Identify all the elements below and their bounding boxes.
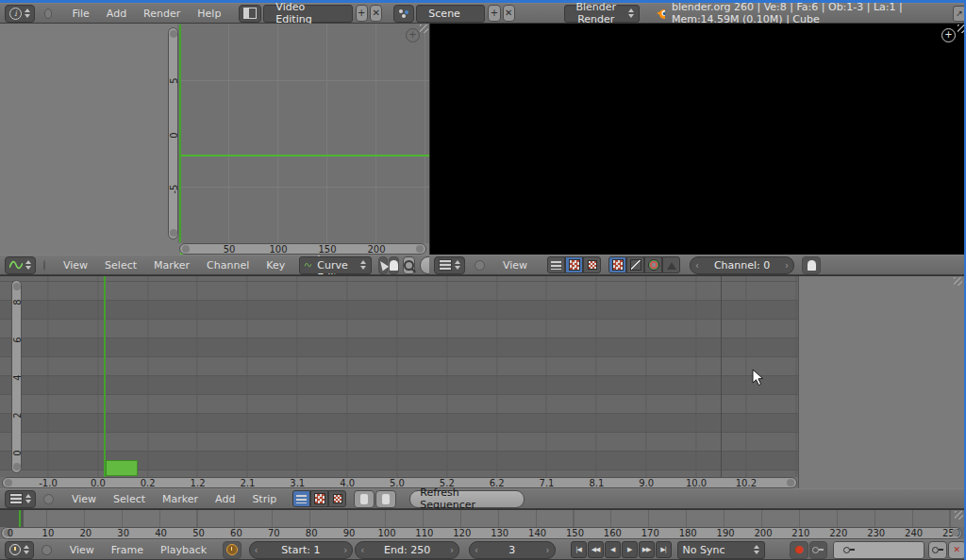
area-resize-corner[interactable] [955, 511, 963, 519]
display-histogram-toggle[interactable] [662, 256, 680, 273]
frame-tick-100: 100 [377, 528, 395, 538]
insert-keyframe-button[interactable] [928, 541, 946, 559]
view-both-toggle[interactable] [328, 490, 346, 507]
menu-channel[interactable]: Channel [198, 259, 258, 272]
zoom-tool-button[interactable] [403, 256, 415, 274]
use-preview-range-button[interactable] [223, 541, 241, 559]
timeline-viewport[interactable]: 0102030405060708090100110120130140150160… [0, 509, 966, 539]
collapse-menus-toggle[interactable] [42, 545, 52, 555]
sequencer-horizontal-scrollbar[interactable]: -1.00.00.21.22.13.14.05.05.26.27.18.19.0… [2, 477, 797, 488]
area-resize-corner[interactable] [954, 277, 962, 286]
fcurve-current-frame-line[interactable] [179, 25, 181, 242]
menu-add[interactable]: Add [207, 493, 243, 505]
editor-type-selector[interactable]: i [5, 5, 35, 23]
collapse-menus-toggle[interactable] [43, 260, 45, 271]
delete-layout-button[interactable]: ✕ [370, 5, 382, 22]
menu-render[interactable]: Render [135, 8, 189, 20]
fcurve-horizontal-scrollbar[interactable]: 50100150200 [179, 243, 426, 255]
fcurve-grid[interactable] [177, 24, 429, 243]
sequencer-properties-panel[interactable] [798, 276, 965, 489]
start-frame-field[interactable]: Start: 1 [249, 541, 354, 559]
sequencer-grid[interactable] [0, 276, 798, 477]
ghost-frames-button[interactable] [802, 256, 821, 274]
view-preview-toggle[interactable] [565, 256, 583, 273]
playback-button--[interactable]: ▶| [656, 541, 672, 558]
sequencer-vertical-scrollbar[interactable]: 86420 [11, 280, 22, 473]
display-image-toggle[interactable] [608, 256, 626, 273]
sequencer-current-frame-line[interactable] [104, 276, 106, 477]
add-scene-button[interactable]: + [488, 5, 500, 22]
menu-select[interactable]: Select [96, 259, 145, 272]
menu-view[interactable]: View [494, 259, 536, 272]
menu-select[interactable]: Select [105, 493, 154, 505]
sequencer-preview-viewport[interactable]: + [429, 24, 966, 255]
menu-view[interactable]: View [61, 544, 103, 556]
timeline-current-frame-line[interactable] [19, 510, 21, 527]
sequencer-viewport[interactable]: 86420 -1.00.00.21.22.13.14.05.05.26.27.1… [0, 275, 966, 488]
scene-browse-button[interactable] [393, 5, 414, 23]
view-type-toggle-group [292, 490, 346, 507]
timeline-scrollbar[interactable]: 0102030405060708090100110120130140150160… [1, 527, 962, 539]
display-chroma-toggle[interactable] [644, 256, 662, 273]
small-checker-icon [588, 260, 597, 270]
menu-key[interactable]: Key [258, 259, 293, 272]
main-menubar: FileAddRenderHelp [63, 8, 229, 20]
sequencer-strip[interactable] [106, 460, 138, 476]
playback-button--[interactable]: ◀◀ [588, 541, 604, 558]
view-both-toggle[interactable] [583, 256, 601, 273]
view-preview-toggle[interactable] [310, 490, 328, 507]
menu-strip[interactable]: Strip [243, 493, 285, 505]
screen-layout-browse-button[interactable] [239, 5, 261, 23]
cursor-tool-button[interactable] [378, 256, 388, 274]
playback-button--[interactable]: ▶▶ [639, 541, 655, 558]
scene-name-field[interactable]: Scene [416, 5, 485, 23]
current-frame-field[interactable]: 3 [469, 541, 556, 559]
display-luma-toggle[interactable] [626, 256, 644, 273]
auto-keyframe-button[interactable] [809, 541, 827, 559]
playback-button--[interactable]: ▶ [622, 541, 638, 558]
paste-strip-button[interactable] [375, 490, 396, 508]
fcurve-editor-viewport[interactable]: 50-5 50100150200 + [0, 24, 429, 255]
view-sequencer-toggle[interactable] [292, 490, 310, 507]
screen-layout-name-field[interactable]: Video Editing [263, 5, 352, 23]
menu-help[interactable]: Help [189, 8, 229, 20]
editor-type-selector[interactable] [434, 256, 465, 274]
menu-view[interactable]: View [63, 493, 105, 505]
copy-strip-button[interactable] [354, 490, 375, 508]
menu-frame[interactable]: Frame [103, 544, 152, 556]
luma-waveform-icon [630, 259, 641, 271]
record-button[interactable]: ● [790, 541, 808, 559]
menu-file[interactable]: File [63, 8, 97, 20]
menu-add[interactable]: Add [98, 8, 135, 20]
menu-playback[interactable]: Playback [152, 544, 215, 556]
show-region-plus-icon[interactable]: + [406, 28, 420, 42]
editor-type-selector[interactable] [5, 541, 34, 559]
timeline-ruler[interactable] [0, 510, 964, 527]
show-region-plus-icon[interactable]: + [941, 28, 956, 42]
menu-marker[interactable]: Marker [145, 259, 198, 272]
playback-button--[interactable]: ◀ [605, 541, 621, 558]
ghost-curves-button[interactable] [389, 256, 399, 274]
filters-button[interactable]: ◉ Filters [420, 256, 429, 274]
playback-button--[interactable]: |◀ [571, 541, 587, 558]
keying-set-field[interactable] [833, 541, 924, 559]
end-frame-field[interactable]: End: 250 [355, 541, 459, 559]
menu-view[interactable]: View [55, 259, 96, 272]
add-layout-button[interactable]: + [356, 5, 368, 22]
fcurve-mode-dropdown[interactable]: F-Curve Editor [299, 256, 372, 274]
render-engine-dropdown[interactable]: Blender Render [564, 5, 640, 23]
collapse-menus-toggle[interactable] [475, 260, 485, 271]
sync-mode-dropdown[interactable]: No Sync [677, 541, 766, 559]
editor-type-selector[interactable] [5, 490, 36, 508]
collapse-menus-toggle[interactable] [44, 8, 52, 19]
fcurve-vertical-scrollbar[interactable]: 50-5 [168, 27, 178, 239]
view-sequencer-toggle[interactable] [547, 256, 565, 273]
delete-scene-button[interactable]: ✕ [503, 5, 515, 22]
refresh-sequencer-button[interactable]: Refresh Sequencer [409, 490, 525, 508]
fcurve-curve[interactable] [181, 155, 429, 156]
collapse-menus-toggle[interactable] [43, 494, 54, 504]
channel-number-field[interactable]: Channel: 0 [690, 256, 794, 274]
menu-marker[interactable]: Marker [154, 493, 207, 505]
editor-type-selector[interactable] [5, 256, 36, 274]
area-resize-corner[interactable] [420, 25, 428, 33]
